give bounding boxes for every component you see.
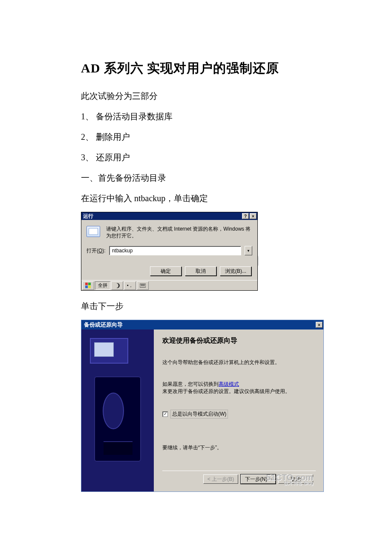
ime-moon-icon[interactable] bbox=[111, 281, 123, 290]
wizard-titlebar: 备份或还原向导 × bbox=[81, 320, 323, 330]
step-3: 3、 还原用户 bbox=[81, 150, 311, 164]
open-input[interactable]: ntbackup bbox=[109, 246, 241, 255]
back-button: < 上一步(B) bbox=[203, 474, 238, 484]
wizard-close-button[interactable]: × bbox=[316, 322, 323, 328]
always-wizard-label: 总是以向导模式启动(W) bbox=[170, 410, 228, 419]
windows-flag-icon bbox=[85, 283, 91, 289]
run-titlebar: 运行 ? × bbox=[81, 212, 257, 220]
svg-rect-3 bbox=[88, 286, 91, 288]
intro-text: 此次试验分为三部分 bbox=[81, 89, 311, 103]
wizard-button-row: < 上一步(B) 下一步(N) > 取消 51CTO.com 技术博客 Blog bbox=[162, 471, 316, 487]
wizard-title: 备份或还原向导 bbox=[84, 321, 315, 329]
cancel-button[interactable]: 取消 bbox=[185, 266, 216, 276]
section-heading-1: 一、首先备份活动目录 bbox=[81, 171, 311, 185]
punct-icon: •， bbox=[127, 283, 133, 289]
close-button[interactable]: × bbox=[250, 213, 257, 219]
advanced-mode-link[interactable]: 高级模式 bbox=[219, 381, 239, 387]
run-title: 运行 bbox=[83, 213, 241, 220]
svg-rect-0 bbox=[85, 283, 88, 285]
ime-punct-icon[interactable]: •， bbox=[124, 281, 136, 290]
ime-mode[interactable]: 全拼 bbox=[95, 281, 110, 290]
next-button[interactable]: 下一步(N) > bbox=[241, 474, 276, 484]
half-moon-icon bbox=[114, 283, 120, 289]
open-label: 打开(O): bbox=[86, 247, 106, 254]
ok-button[interactable]: 确定 bbox=[150, 266, 182, 276]
wizard-continue-text: 要继续，请单击“下一步”。 bbox=[162, 444, 316, 451]
wizard-description: 这个向导帮助您备份或还原计算机上的文件和设置。 bbox=[162, 359, 316, 366]
run-message: 请键入程序、文件夹、文档或 Internet 资源的名称，Windows 将为您… bbox=[106, 226, 252, 239]
wizard-advanced-note: 如果愿意，您可以切换到高级模式来更改用于备份或还原的设置。建议仅供高级用户使用。 bbox=[162, 381, 316, 395]
help-button[interactable]: ? bbox=[242, 213, 249, 219]
run-icon bbox=[86, 226, 100, 237]
step-2: 2、 删除用户 bbox=[81, 130, 311, 144]
open-dropdown-button[interactable] bbox=[245, 246, 252, 255]
wizard-heading: 欢迎使用备份或还原向导 bbox=[162, 336, 316, 345]
instruction-run: 在运行中输入 ntbackup，单击确定 bbox=[81, 191, 311, 205]
ime-softkbd-icon[interactable] bbox=[137, 281, 149, 290]
svg-rect-1 bbox=[88, 283, 91, 285]
wizard-cancel-button[interactable]: 取消 bbox=[278, 474, 313, 484]
always-wizard-checkbox[interactable]: ✓ bbox=[162, 411, 168, 417]
instruction-next: 单击下一步 bbox=[81, 299, 311, 313]
run-dialog: 运行 ? × 请键入程序、文件夹、文档或 Internet 资源的名称，Wind… bbox=[81, 212, 258, 291]
backup-wizard-dialog: 备份或还原向导 × 欢迎使用备份或还原向导 这个向导帮助您备份或还原计算机上的文… bbox=[81, 320, 324, 492]
page-title: AD 系列六 实现对用户的强制还原 bbox=[81, 60, 311, 77]
step-1: 1、 备份活动目录数据库 bbox=[81, 110, 311, 123]
ime-taskbar: 全拼 •， bbox=[81, 280, 257, 290]
browse-button[interactable]: 浏览(B)... bbox=[220, 266, 251, 276]
keyboard-icon bbox=[140, 283, 146, 289]
svg-rect-2 bbox=[85, 286, 88, 288]
ime-logo[interactable] bbox=[82, 281, 94, 290]
open-input-value: ntbackup bbox=[110, 248, 135, 254]
wizard-sidebar-image bbox=[81, 330, 154, 491]
